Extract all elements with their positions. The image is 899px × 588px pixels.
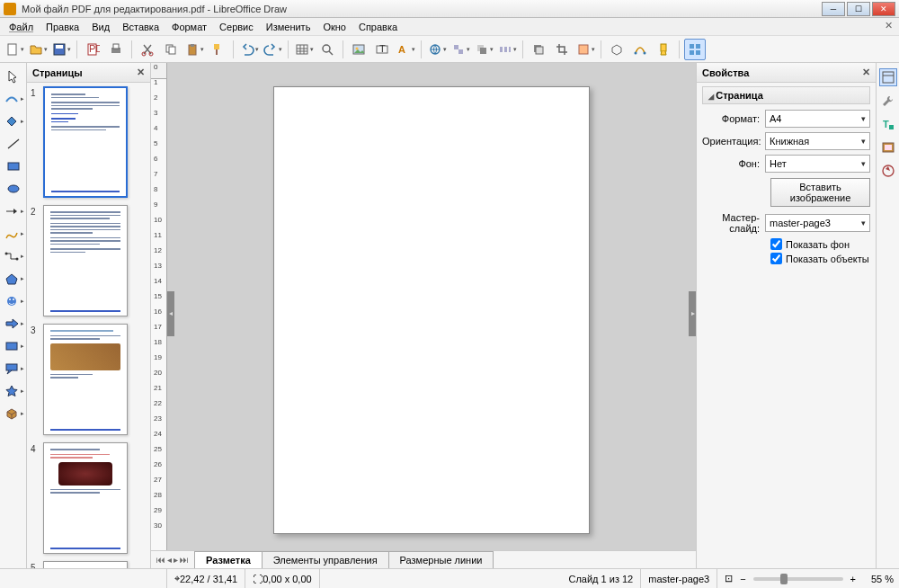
menu-format[interactable]: Формат — [166, 20, 212, 34]
sidebar-tab-styles-icon[interactable]: T — [879, 115, 897, 133]
menu-edit[interactable]: Правка — [40, 20, 85, 34]
insert-image-button[interactable]: Вставить изображение — [770, 178, 870, 207]
tab-dimension-lines[interactable]: Размерные линии — [388, 551, 494, 568]
rectangle-tool[interactable] — [3, 156, 24, 176]
show-objects-check[interactable]: Показать объекты — [770, 253, 870, 264]
tab-last[interactable]: ⏭ — [180, 555, 189, 565]
connector-tool[interactable] — [3, 246, 24, 266]
align-button[interactable] — [450, 39, 471, 60]
print-button[interactable] — [105, 39, 127, 60]
page-thumb[interactable]: 5 — [31, 561, 147, 568]
table-button[interactable] — [293, 39, 315, 60]
block-arrows-tool[interactable] — [3, 314, 24, 334]
flowchart-tool[interactable] — [3, 336, 24, 356]
zoom-out-button[interactable]: − — [740, 574, 745, 584]
section-page[interactable]: Страница — [702, 86, 870, 104]
crop-button[interactable] — [551, 39, 573, 60]
glue-points-button[interactable] — [653, 39, 674, 60]
pages-panel-close[interactable]: ✕ — [137, 67, 145, 78]
close-doc-button[interactable]: ✕ — [881, 20, 895, 34]
menu-tools[interactable]: Сервис — [214, 20, 259, 34]
arrow-tool[interactable] — [3, 201, 24, 221]
workspace[interactable]: ◂ ▸ — [167, 79, 696, 550]
arrange-button[interactable] — [473, 39, 494, 60]
redo-button[interactable] — [262, 39, 283, 60]
textbox-button[interactable]: T — [371, 39, 393, 60]
thumb-number: 1 — [31, 86, 43, 198]
3d-tool[interactable] — [3, 404, 24, 423]
vertical-ruler[interactable]: 0123456789101112131415161718192021222324… — [151, 79, 167, 550]
line-tool[interactable] — [3, 134, 24, 154]
properties-close[interactable]: ✕ — [862, 67, 870, 78]
orientation-select[interactable]: Книжная — [765, 132, 870, 150]
page-thumb[interactable]: 2 — [31, 205, 147, 316]
maximize-button[interactable]: ☐ — [847, 2, 870, 16]
sidebar-tab-wrench-icon[interactable] — [879, 92, 897, 110]
curve-tool[interactable] — [3, 224, 24, 244]
basic-shapes-tool[interactable] — [3, 269, 24, 289]
save-button[interactable] — [50, 39, 72, 60]
shadow-button[interactable] — [528, 39, 549, 60]
menu-window[interactable]: Окно — [317, 20, 352, 34]
show-draw-functions-button[interactable] — [684, 39, 706, 60]
background-select[interactable]: Нет — [765, 155, 870, 173]
extrusion-button[interactable] — [606, 39, 628, 60]
sidebar-tab-navigator-icon[interactable] — [879, 162, 897, 180]
svg-rect-49 — [6, 343, 17, 350]
select-tool[interactable] — [3, 67, 24, 86]
page-thumb[interactable]: 3 — [31, 324, 147, 435]
svg-text:A: A — [398, 44, 405, 55]
minimize-button[interactable]: ─ — [822, 2, 845, 16]
zoom-value[interactable]: 55 % — [863, 574, 894, 584]
fontwork-button[interactable]: A — [395, 39, 416, 60]
tab-prev[interactable]: ◂ — [167, 555, 172, 565]
copy-button[interactable] — [160, 39, 182, 60]
zoom-fit-button[interactable]: ⊡ — [725, 573, 733, 584]
open-button[interactable] — [27, 39, 49, 60]
symbol-shapes-tool[interactable] — [3, 291, 24, 311]
undo-button[interactable] — [238, 39, 260, 60]
line-color-tool[interactable] — [3, 89, 24, 109]
tab-first[interactable]: ⏮ — [156, 555, 165, 565]
format-select[interactable]: A4 — [765, 110, 870, 128]
collapse-right-handle[interactable]: ▸ — [689, 291, 696, 336]
paste-button[interactable] — [183, 39, 205, 60]
zoom-button[interactable] — [316, 39, 338, 60]
star-tool[interactable] — [3, 381, 24, 401]
tab-controls[interactable]: Элементы управления — [262, 551, 389, 568]
page-canvas[interactable] — [273, 86, 590, 534]
menu-view[interactable]: Вид — [86, 20, 115, 34]
menu-insert[interactable]: Вставка — [117, 20, 165, 34]
show-bg-check[interactable]: Показать фон — [770, 238, 870, 250]
fill-color-tool[interactable] — [3, 111, 24, 131]
status-size: ⛶ 0,00 x 0,00 — [253, 569, 319, 588]
sidebar-tab-gallery-icon[interactable] — [879, 138, 897, 156]
tab-next[interactable]: ▸ — [174, 555, 178, 565]
menu-modify[interactable]: Изменить — [261, 20, 316, 34]
image-button[interactable] — [348, 39, 369, 60]
sidebar-tab-properties[interactable] — [879, 68, 897, 86]
close-button[interactable]: ✕ — [872, 2, 895, 16]
export-pdf-button[interactable]: PDF — [82, 39, 103, 60]
canvas-footer: ⏮ ◂ ▸ ⏭ Разметка Элементы управления Раз… — [151, 550, 696, 568]
new-button[interactable] — [4, 39, 25, 60]
zoom-in-button[interactable]: + — [850, 574, 856, 584]
tab-layout[interactable]: Разметка — [194, 551, 263, 568]
page-thumb[interactable]: 1 — [31, 86, 147, 198]
callout-tool[interactable] — [3, 359, 24, 379]
master-select[interactable]: master-page3 — [765, 214, 870, 232]
menu-file[interactable]: Файл — [4, 20, 39, 34]
ellipse-tool[interactable] — [3, 179, 24, 199]
status-master: master-page3 — [648, 569, 717, 588]
filter-button[interactable] — [574, 39, 596, 60]
cut-button[interactable] — [137, 39, 158, 60]
page-thumb[interactable]: 4 — [31, 442, 147, 554]
menu-help[interactable]: Справка — [353, 20, 403, 34]
toggle-point-edit-button[interactable] — [629, 39, 651, 60]
distribute-button[interactable] — [496, 39, 518, 60]
collapse-left-handle[interactable]: ◂ — [167, 291, 174, 336]
zoom-slider[interactable] — [753, 577, 843, 581]
page-thumbnails[interactable]: 1 2 — [27, 83, 150, 568]
hyperlink-button[interactable] — [426, 39, 448, 60]
clone-format-button[interactable] — [207, 39, 228, 60]
